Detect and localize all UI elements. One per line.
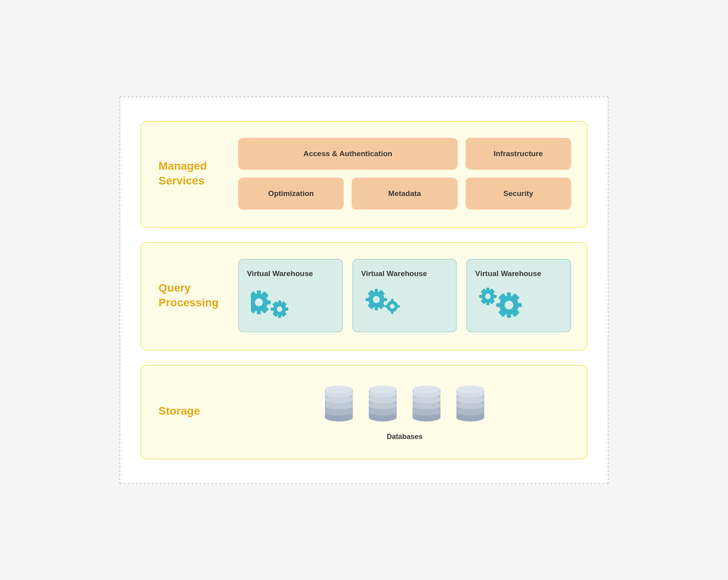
outer-container: Managed Services Access & Authentication… [119,96,609,484]
database-2 [367,382,399,425]
svg-rect-3 [257,308,261,314]
ms-card-infrastructure: Infrastructure [466,138,571,170]
svg-rect-2 [257,290,261,297]
query-processing-label: Query Processing [159,281,222,310]
query-processing-panel: Query Processing Virtual Warehouse [140,242,588,351]
ms-card-metadata: Metadata [352,178,457,210]
database-1 [323,382,355,425]
svg-point-21 [373,296,380,303]
vw3-gears-icon [479,284,527,320]
virtual-warehouses-container: Virtual Warehouse [238,259,571,332]
db-icon-1 [323,382,355,425]
svg-point-76 [413,386,440,394]
svg-point-83 [456,386,484,394]
svg-rect-38 [486,288,489,292]
svg-rect-35 [385,305,389,308]
svg-rect-51 [496,303,503,307]
svg-rect-22 [375,289,378,294]
svg-rect-49 [507,311,511,318]
ms-card-security: Security [466,178,571,210]
svg-point-47 [505,301,513,310]
vw1-title: Virtual Warehouse [247,269,313,278]
svg-point-11 [277,306,282,312]
vw1-gears-icon [251,284,295,320]
svg-rect-14 [284,308,288,311]
svg-rect-24 [382,298,387,301]
svg-point-62 [325,386,353,394]
virtual-warehouse-3: Virtual Warehouse [466,259,571,332]
virtual-warehouse-2: Virtual Warehouse [352,259,457,332]
managed-services-label: Managed Services [159,159,222,188]
storage-panel: Storage [140,365,588,459]
svg-rect-50 [515,303,522,307]
svg-rect-39 [486,300,489,305]
vw3-gears [475,284,527,320]
virtual-warehouse-1: Virtual Warehouse [238,259,343,332]
svg-rect-34 [396,305,400,308]
databases-row [323,382,486,425]
svg-rect-13 [278,313,281,318]
svg-rect-5 [251,300,253,304]
vw2-gears [361,284,405,316]
svg-point-31 [390,304,395,309]
vw1-gears [247,284,295,320]
storage-content: Databases [238,382,571,441]
svg-rect-15 [271,308,276,311]
svg-point-37 [485,294,491,299]
svg-rect-23 [375,305,378,310]
svg-rect-41 [479,295,484,298]
svg-rect-48 [507,292,511,299]
db-icon-2 [367,382,399,425]
svg-rect-40 [492,295,497,298]
database-3 [411,382,442,425]
managed-services-grid: Access & Authentication Infrastructure O… [238,138,571,210]
svg-point-1 [255,298,263,306]
db-icon-3 [411,382,442,425]
storage-label: Storage [159,404,222,418]
database-4 [454,382,486,425]
svg-rect-4 [264,300,271,304]
managed-services-panel: Managed Services Access & Authentication… [140,121,588,228]
ms-card-access-auth: Access & Authentication [238,138,458,170]
svg-point-69 [369,386,397,394]
svg-rect-25 [366,298,371,301]
vw2-gears-icon [365,284,405,316]
vw2-title: Virtual Warehouse [361,269,427,278]
databases-label: Databases [387,433,423,441]
db-icon-4 [454,382,486,425]
vw3-title: Virtual Warehouse [475,269,541,278]
ms-card-optimization: Optimization [238,178,344,210]
svg-rect-32 [391,299,393,303]
svg-rect-33 [391,310,393,314]
svg-rect-12 [278,300,281,305]
